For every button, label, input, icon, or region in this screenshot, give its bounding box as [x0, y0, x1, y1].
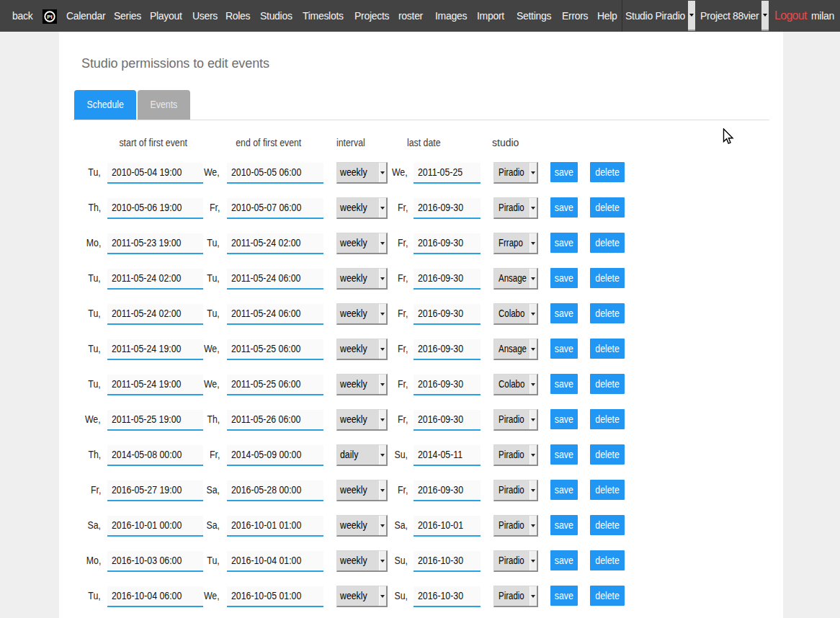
svg-text:PI: PI — [47, 14, 53, 20]
